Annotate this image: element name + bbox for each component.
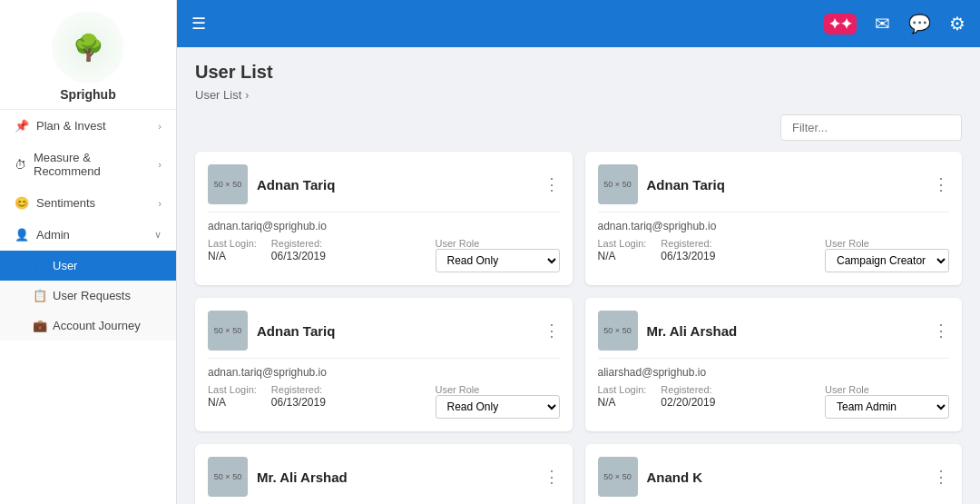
user-card: 50 × 50 Adnan Tariq ⋮ adnan.tariq@sprigh… bbox=[195, 152, 573, 285]
logo-icon: 🌳 bbox=[52, 11, 124, 84]
sprighub-logo-icon[interactable]: ✦✦ bbox=[824, 14, 857, 35]
card-meta: Last Login: N/A Registered: 06/13/2019 bbox=[208, 384, 326, 409]
card-divider bbox=[208, 212, 560, 212]
card-header-left: 50 × 50 Mr. Ali Arshad bbox=[598, 311, 738, 351]
breadcrumb: User List › bbox=[195, 88, 962, 102]
sidebar-subitem-account-journey[interactable]: 💼 Account Journey bbox=[0, 311, 176, 341]
user-icon: 👤 bbox=[33, 259, 47, 272]
card-role-section: User Role Read OnlyCampaign CreatorTeam … bbox=[825, 384, 949, 419]
user-email: adnan.tariq@sprighub.io bbox=[208, 220, 560, 232]
subitem-label: Account Journey bbox=[53, 319, 141, 332]
card-meta: Last Login: N/A Registered: 06/13/2019 bbox=[598, 238, 716, 262]
chevron-right-icon: › bbox=[158, 198, 162, 209]
avatar: 50 × 50 bbox=[208, 311, 248, 351]
last-login: Last Login: N/A bbox=[598, 384, 647, 409]
role-select[interactable]: Read OnlyCampaign CreatorTeam AdminAdmin bbox=[436, 249, 560, 272]
registered: Registered: 06/13/2019 bbox=[661, 238, 715, 262]
page-title: User List bbox=[195, 62, 962, 83]
card-header-left: 50 × 50 Mr. Ali Arshad bbox=[208, 457, 348, 497]
avatar: 50 × 50 bbox=[598, 457, 638, 497]
registered: Registered: 06/13/2019 bbox=[271, 384, 326, 409]
admin-icon: 👤 bbox=[15, 228, 29, 242]
role-label: User Role bbox=[825, 384, 949, 395]
header-icons: ✦✦ ✉ 💬 ⚙ bbox=[824, 13, 965, 35]
user-name: Adnan Tariq bbox=[257, 323, 335, 339]
last-login: Last Login: N/A bbox=[208, 384, 257, 409]
logo-text: Sprighub bbox=[60, 87, 115, 102]
card-header: 50 × 50 Anand K ⋮ bbox=[598, 457, 950, 497]
subitem-label: User bbox=[53, 259, 77, 272]
user-card: 50 × 50 Mr. Ali Arshad ⋮ aliarshad@sprig… bbox=[195, 444, 573, 504]
user-name: Mr. Ali Arshad bbox=[257, 469, 348, 485]
sidebar-subitem-user-requests[interactable]: 📋 User Requests bbox=[0, 281, 176, 311]
avatar: 50 × 50 bbox=[598, 164, 638, 204]
card-menu-button[interactable]: ⋮ bbox=[544, 176, 560, 193]
mail-icon[interactable]: ✉ bbox=[875, 13, 890, 35]
plan-invest-icon: 📌 bbox=[15, 119, 29, 133]
card-divider bbox=[208, 358, 560, 359]
role-select[interactable]: Read OnlyCampaign CreatorTeam AdminAdmin bbox=[825, 395, 949, 419]
last-login: Last Login: N/A bbox=[208, 238, 257, 262]
subitem-label: User Requests bbox=[53, 289, 131, 302]
card-divider bbox=[598, 358, 950, 359]
user-name: Mr. Ali Arshad bbox=[647, 323, 738, 339]
breadcrumb-arrow-icon: › bbox=[245, 89, 249, 102]
card-header: 50 × 50 Mr. Ali Arshad ⋮ bbox=[208, 457, 560, 497]
card-header-left: 50 × 50 Adnan Tariq bbox=[208, 311, 335, 351]
admin-submenu: 👤 User 📋 User Requests 💼 Account Journey bbox=[0, 251, 176, 341]
user-email: aliarshad@sprighub.io bbox=[598, 366, 950, 379]
card-menu-button[interactable]: ⋮ bbox=[933, 469, 949, 485]
role-select[interactable]: Read OnlyCampaign CreatorTeam AdminAdmin bbox=[436, 395, 560, 419]
card-divider bbox=[598, 212, 950, 212]
settings-icon[interactable]: ⚙ bbox=[949, 13, 965, 35]
chat-icon[interactable]: 💬 bbox=[908, 13, 931, 35]
sidebar-subitem-user[interactable]: 👤 User bbox=[0, 251, 176, 281]
hamburger-button[interactable]: ☰ bbox=[191, 14, 206, 34]
user-card: 50 × 50 Adnan Tariq ⋮ adnan.tariq@sprigh… bbox=[195, 298, 573, 431]
card-menu-button[interactable]: ⋮ bbox=[933, 176, 949, 193]
user-card: 50 × 50 Mr. Ali Arshad ⋮ aliarshad@sprig… bbox=[585, 298, 963, 431]
account-journey-icon: 💼 bbox=[33, 319, 47, 332]
sidebar-item-sentiments[interactable]: 😊 Sentiments › bbox=[0, 187, 176, 219]
role-label: User Role bbox=[436, 384, 560, 395]
sidebar-item-label: Plan & Invest bbox=[36, 119, 106, 133]
header: ☰ ✦✦ ✉ 💬 ⚙ bbox=[177, 0, 980, 47]
user-card: 50 × 50 Anand K ⋮ anand@donottouch.com L… bbox=[585, 444, 963, 504]
sidebar-item-measure[interactable]: ⏱ Measure & Recommend › bbox=[0, 142, 176, 187]
card-header: 50 × 50 Mr. Ali Arshad ⋮ bbox=[598, 311, 950, 351]
measure-icon: ⏱ bbox=[15, 158, 26, 172]
sidebar-item-plan-invest[interactable]: 📌 Plan & Invest › bbox=[0, 110, 176, 142]
card-menu-button[interactable]: ⋮ bbox=[933, 322, 949, 339]
role-select[interactable]: Read OnlyCampaign CreatorTeam AdminAdmin bbox=[825, 249, 949, 272]
card-header-left: 50 × 50 Anand K bbox=[598, 457, 703, 497]
card-role-section: User Role Read OnlyCampaign CreatorTeam … bbox=[825, 238, 949, 272]
user-email: adnan.tariq@sprighub.io bbox=[208, 366, 560, 379]
card-header-left: 50 × 50 Adnan Tariq bbox=[208, 164, 335, 204]
avatar: 50 × 50 bbox=[598, 311, 638, 351]
sentiments-icon: 😊 bbox=[15, 196, 29, 210]
sidebar-item-label: Admin bbox=[36, 228, 70, 242]
sidebar-item-label: Sentiments bbox=[36, 196, 95, 210]
user-name: Adnan Tariq bbox=[647, 177, 725, 193]
user-requests-icon: 📋 bbox=[33, 289, 47, 302]
sidebar-item-admin[interactable]: 👤 Admin ∨ bbox=[0, 219, 176, 251]
header-left: ☰ bbox=[191, 14, 206, 34]
card-menu-button[interactable]: ⋮ bbox=[544, 322, 560, 339]
card-header: 50 × 50 Adnan Tariq ⋮ bbox=[208, 164, 560, 204]
registered: Registered: 06/13/2019 bbox=[271, 238, 326, 262]
avatar: 50 × 50 bbox=[208, 164, 248, 204]
user-grid: 50 × 50 Adnan Tariq ⋮ adnan.tariq@sprigh… bbox=[195, 152, 962, 504]
card-role-section: User Role Read OnlyCampaign CreatorTeam … bbox=[436, 384, 560, 419]
sidebar-menu: 📌 Plan & Invest › ⏱ Measure & Recommend … bbox=[0, 110, 176, 504]
card-header: 50 × 50 Adnan Tariq ⋮ bbox=[208, 311, 560, 351]
chevron-down-icon: ∨ bbox=[154, 229, 162, 241]
registered: Registered: 02/20/2019 bbox=[661, 384, 715, 409]
main: ☰ ✦✦ ✉ 💬 ⚙ User List User List › 50 × 50… bbox=[177, 0, 980, 504]
card-menu-button[interactable]: ⋮ bbox=[544, 469, 560, 485]
breadcrumb-item: User List bbox=[195, 88, 241, 102]
user-name: Adnan Tariq bbox=[257, 177, 335, 193]
user-card: 50 × 50 Adnan Tariq ⋮ adnan.tariq@sprigh… bbox=[585, 152, 963, 285]
user-email: adnan.tariq@sprighub.io bbox=[598, 220, 950, 232]
filter-row bbox=[195, 114, 962, 141]
filter-input[interactable] bbox=[780, 114, 962, 141]
